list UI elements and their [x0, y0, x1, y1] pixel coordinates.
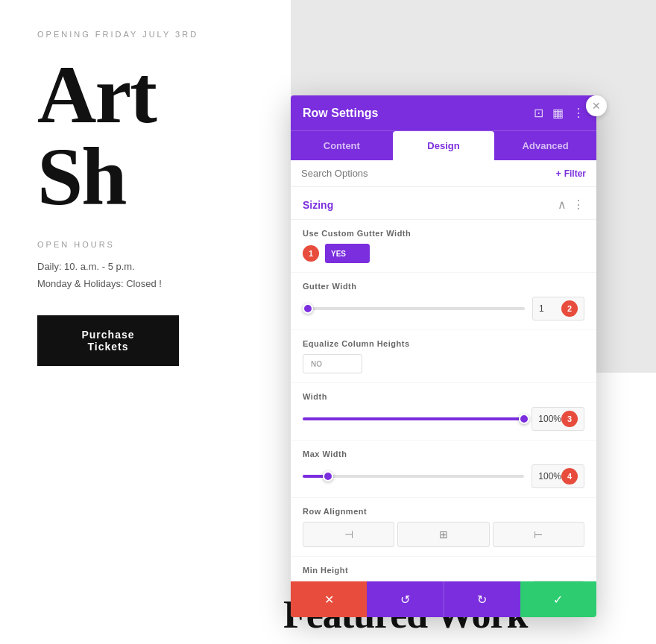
- toggle-no-label: NO: [303, 355, 329, 373]
- gutter-width-thumb[interactable]: [303, 303, 313, 314]
- badge-2: 2: [561, 300, 578, 317]
- max-width-control: 100% 4: [303, 464, 584, 488]
- purchase-tickets-button[interactable]: Purchase Tickets: [37, 315, 179, 366]
- panel-header-icons: ⊡ ▦ ⋮: [534, 106, 584, 120]
- hours-line2: Monday & Holidays: Closed !: [37, 275, 253, 292]
- page-content: OPENING FRIDAY JULY 3RD Art Sh OPEN HOUR…: [0, 0, 291, 644]
- gutter-width-control: 1 2: [303, 297, 584, 321]
- reset-button[interactable]: ↺: [367, 581, 443, 617]
- max-width-thumb[interactable]: [323, 471, 333, 482]
- panel-tabs: Content Design Advanced: [291, 130, 596, 160]
- width-control: 100% 3: [303, 407, 584, 431]
- align-right-icon: ⊢: [534, 528, 543, 540]
- tab-advanced[interactable]: Advanced: [494, 131, 596, 160]
- gutter-width-label: Gutter Width: [303, 282, 584, 291]
- open-hours-label: OPEN HOURS: [37, 240, 253, 249]
- min-height-row: Min Height auto: [291, 557, 596, 581]
- hours-line1: Daily: 10. a.m. - 5 p.m.: [37, 258, 253, 275]
- row-alignment-label: Row Alignment: [303, 507, 584, 516]
- gutter-width-track[interactable]: [303, 307, 525, 310]
- section-more-icon[interactable]: ⋮: [573, 198, 584, 212]
- panel-body: Sizing ∧ ⋮ Use Custom Gutter Width 1 YES…: [291, 187, 596, 581]
- redo-button[interactable]: ↻: [444, 581, 520, 617]
- min-height-label: Min Height: [303, 566, 584, 575]
- tab-content[interactable]: Content: [291, 131, 393, 160]
- row-settings-panel: Row Settings ⊡ ▦ ⋮ Content Design Advanc…: [291, 95, 596, 617]
- width-row: Width 100% 3: [291, 383, 596, 441]
- max-width-label: Max Width: [303, 449, 584, 458]
- section-actions: ∧ ⋮: [558, 198, 584, 212]
- equalize-columns-toggle[interactable]: NO: [303, 354, 362, 373]
- use-custom-gutter-row: Use Custom Gutter Width 1 YES: [291, 220, 596, 273]
- align-center-icon: ⊞: [439, 528, 448, 540]
- align-right-button[interactable]: ⊢: [493, 522, 584, 547]
- max-width-value: 100% 4: [532, 464, 584, 488]
- tab-design[interactable]: Design: [393, 131, 495, 160]
- close-icon[interactable]: ✕: [586, 95, 607, 116]
- panel-title: Row Settings: [303, 107, 378, 120]
- filter-label: Filter: [564, 168, 586, 179]
- toggle-yes-label: YES: [325, 244, 352, 263]
- gutter-width-row: Gutter Width 1 2: [291, 273, 596, 330]
- align-left-button[interactable]: ⊣: [303, 522, 394, 547]
- search-input[interactable]: [301, 168, 556, 179]
- max-width-row: Max Width 100% 4: [291, 441, 596, 498]
- align-left-icon: ⊣: [344, 528, 353, 540]
- max-width-track[interactable]: [303, 475, 524, 478]
- cancel-button[interactable]: ✕: [291, 581, 367, 617]
- use-custom-gutter-control: 1 YES: [303, 244, 584, 263]
- opening-text: OPENING FRIDAY JULY 3RD: [37, 30, 253, 39]
- filter-button[interactable]: + Filter: [556, 168, 586, 179]
- custom-gutter-toggle[interactable]: YES: [325, 244, 370, 263]
- align-center-button[interactable]: ⊞: [397, 522, 489, 547]
- fullscreen-icon[interactable]: ⊡: [534, 106, 543, 120]
- badge-1: 1: [303, 245, 319, 262]
- columns-icon[interactable]: ▦: [552, 106, 564, 120]
- width-fill: [303, 417, 524, 420]
- width-value: 100% 3: [532, 407, 584, 431]
- search-bar: + Filter: [291, 160, 596, 187]
- section-title: Sizing: [303, 199, 333, 211]
- equalize-columns-row: Equalize Column Heights NO: [291, 330, 596, 383]
- row-alignment-row: Row Alignment ⊣ ⊞ ⊢: [291, 498, 596, 557]
- panel-footer: ✕ ↺ ↻ ✓: [291, 581, 596, 617]
- gutter-width-value: 1 2: [532, 297, 584, 321]
- sizing-section-header: Sizing ∧ ⋮: [291, 187, 596, 220]
- max-width-fill: [303, 475, 325, 478]
- use-custom-gutter-label: Use Custom Gutter Width: [303, 229, 584, 238]
- width-label: Width: [303, 392, 584, 401]
- more-icon[interactable]: ⋮: [573, 106, 584, 120]
- width-thumb[interactable]: [519, 414, 529, 424]
- width-track[interactable]: [303, 417, 524, 420]
- badge-4: 4: [561, 468, 578, 484]
- row-alignment-control: ⊣ ⊞ ⊢: [303, 522, 584, 547]
- filter-icon: +: [556, 168, 561, 179]
- art-title: Art Sh: [37, 54, 253, 218]
- badge-3: 3: [561, 411, 578, 427]
- panel-header: Row Settings ⊡ ▦ ⋮: [291, 95, 596, 130]
- hours-text: Daily: 10. a.m. - 5 p.m. Monday & Holida…: [37, 258, 253, 293]
- save-button[interactable]: ✓: [520, 581, 596, 617]
- collapse-icon[interactable]: ∧: [558, 198, 567, 212]
- equalize-columns-label: Equalize Column Heights: [303, 339, 584, 348]
